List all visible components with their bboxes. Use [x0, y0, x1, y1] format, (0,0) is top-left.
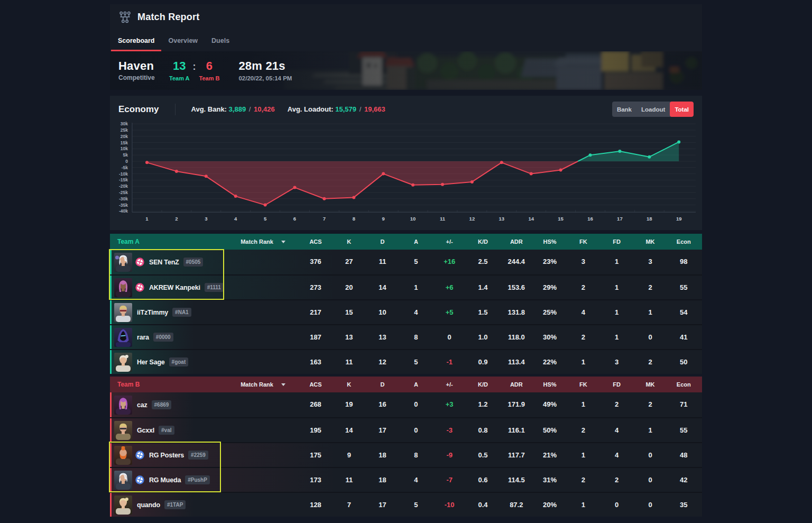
player-row-gcxxl[interactable]: Gcxxl#val19514170-30.8116.150%24155 — [110, 417, 702, 442]
player-row-rara[interactable]: rara#00001871313801.0118.030%21041 — [110, 324, 702, 349]
column-header-acs[interactable]: ACS — [309, 234, 321, 250]
chart-point-round-18[interactable] — [648, 155, 651, 159]
player-row-iitztimmy[interactable]: iiTzTimmy#NA121715104+51.5131.825%41154 — [110, 299, 702, 324]
tab-overview[interactable]: Overview — [161, 30, 205, 51]
player-name[interactable]: RG Mueda — [149, 476, 181, 484]
player-cell: rara#0000 — [110, 325, 173, 349]
column-header-mk[interactable]: MK — [645, 234, 654, 250]
economy-title: Economy — [118, 104, 159, 115]
stat-k: 15 — [345, 300, 353, 324]
column-header-[interactable]: +/- — [446, 377, 453, 392]
stat-acs: 376 — [310, 250, 321, 273]
column-header-mk[interactable]: MK — [645, 377, 654, 392]
column-header-fk[interactable]: FK — [579, 377, 587, 392]
chart-point-round-1[interactable] — [145, 161, 149, 164]
player-name[interactable]: quando — [137, 501, 160, 509]
player-row-akrew-kanpeki[interactable]: AKREW Kanpeki#111127320141+61.4153.629%2… — [110, 274, 702, 299]
player-name[interactable]: RG Posters — [149, 452, 184, 459]
stat-k: 19 — [345, 392, 353, 416]
player-name[interactable]: AKREW Kanpeki — [149, 284, 200, 291]
column-header-econ[interactable]: Econ — [677, 377, 691, 392]
player-row-rg-posters[interactable]: RG Posters#22591759188-90.5117.721%14048 — [110, 442, 702, 467]
player-tag: #val — [159, 426, 174, 435]
column-header-hs[interactable]: HS% — [543, 377, 557, 392]
y-axis-label: 0 — [125, 159, 128, 164]
chart-point-round-7[interactable] — [322, 197, 326, 200]
column-header-d[interactable]: D — [381, 377, 385, 392]
match-rank-column-header[interactable]: Match Rank — [241, 377, 273, 392]
chart-point-round-16[interactable] — [589, 153, 592, 157]
stat-fd: 0 — [615, 493, 619, 517]
chart-point-round-2[interactable] — [175, 170, 178, 173]
stat-adr: 113.4 — [508, 350, 525, 374]
player-name[interactable]: iiTzTimmy — [137, 309, 168, 316]
stat-acs: 187 — [310, 325, 321, 349]
economy-total-button[interactable]: Total — [670, 102, 694, 117]
tab-bar: ScoreboardOverviewDuels — [111, 30, 236, 51]
y-axis-label: -40k — [119, 208, 128, 214]
chart-point-round-11[interactable] — [441, 183, 444, 186]
sort-caret-icon[interactable] — [281, 383, 285, 386]
column-header-acs[interactable]: ACS — [309, 377, 321, 392]
chart-point-round-15[interactable] — [559, 169, 562, 172]
x-axis-label: 5 — [264, 216, 267, 222]
economy-bank-button[interactable]: Bank — [612, 102, 636, 117]
chart-point-round-3[interactable] — [205, 175, 208, 178]
chart-point-round-19[interactable] — [677, 140, 680, 143]
column-header-fd[interactable]: FD — [613, 234, 621, 250]
chart-point-round-9[interactable] — [382, 172, 385, 176]
chart-point-round-10[interactable] — [411, 183, 414, 187]
stat-d: 16 — [379, 392, 386, 416]
player-name[interactable]: Her Sage — [137, 359, 165, 366]
stat-d: 17 — [379, 493, 386, 517]
chart-point-round-4[interactable] — [234, 195, 237, 198]
column-header-k[interactable]: K — [347, 234, 351, 250]
stat-fd: 4 — [615, 443, 619, 467]
tab-duels[interactable]: Duels — [205, 30, 236, 51]
sort-caret-icon[interactable] — [281, 241, 285, 243]
player-row-sen-tenz[interactable]: SEN TenZ#050537627115+162.5244.423%31398 — [110, 250, 702, 274]
chart-point-round-14[interactable] — [530, 172, 533, 176]
player-row-rg-mueda[interactable]: RG Mueda#PushP17311184-70.6114.531%22042 — [110, 467, 702, 492]
team-name-label: Team A — [117, 234, 140, 250]
player-row-her-sage[interactable]: Her Sage#goat16311125-10.9113.422%13250 — [110, 349, 702, 374]
stat-econ: 42 — [680, 468, 687, 492]
player-row-caz[interactable]: caz#686926819160+31.2171.949%12271 — [110, 392, 702, 417]
player-row-quando[interactable]: quando#1TAP1287175-100.487.220%10035 — [110, 492, 702, 517]
column-header-econ[interactable]: Econ — [677, 234, 691, 250]
chart-point-round-8[interactable] — [352, 196, 355, 199]
player-name[interactable]: caz — [137, 401, 147, 409]
chart-point-round-13[interactable] — [500, 161, 503, 164]
stat-mk: 0 — [648, 443, 652, 467]
stat-fk: 2 — [582, 325, 585, 349]
column-header-a[interactable]: A — [414, 234, 418, 250]
column-header-d[interactable]: D — [381, 234, 385, 250]
column-header-a[interactable]: A — [414, 377, 418, 392]
column-header-kd[interactable]: K/D — [478, 234, 488, 250]
tab-scoreboard[interactable]: Scoreboard — [111, 30, 161, 51]
economy-loadout-button[interactable]: Loadout — [636, 102, 670, 117]
player-name[interactable]: Gcxxl — [137, 427, 154, 434]
player-name[interactable]: rara — [137, 334, 149, 341]
stat-adr: 153.6 — [508, 276, 525, 299]
chart-point-round-17[interactable] — [618, 150, 621, 153]
agent-avatar — [114, 278, 132, 297]
column-header-kd[interactable]: K/D — [478, 377, 488, 392]
avg-loadout-team-b: 19,663 — [364, 105, 385, 113]
stat-fk: 1 — [582, 392, 585, 416]
row-gradient — [110, 493, 702, 517]
column-header-k[interactable]: K — [347, 377, 351, 392]
column-header-adr[interactable]: ADR — [510, 377, 523, 392]
chart-point-round-12[interactable] — [470, 180, 474, 183]
column-header-fk[interactable]: FK — [579, 234, 587, 250]
chart-point-round-5[interactable] — [264, 204, 267, 207]
column-header-[interactable]: +/- — [446, 234, 453, 250]
player-name[interactable]: SEN TenZ — [149, 259, 179, 266]
match-rank-column-header[interactable]: Match Rank — [241, 234, 273, 250]
stat-fk: 4 — [582, 300, 585, 324]
column-header-fd[interactable]: FD — [613, 377, 621, 392]
player-cell: AKREW Kanpeki#1111 — [110, 276, 224, 299]
chart-point-round-6[interactable] — [293, 186, 297, 189]
column-header-hs[interactable]: HS% — [543, 234, 557, 250]
column-header-adr[interactable]: ADR — [510, 234, 523, 250]
